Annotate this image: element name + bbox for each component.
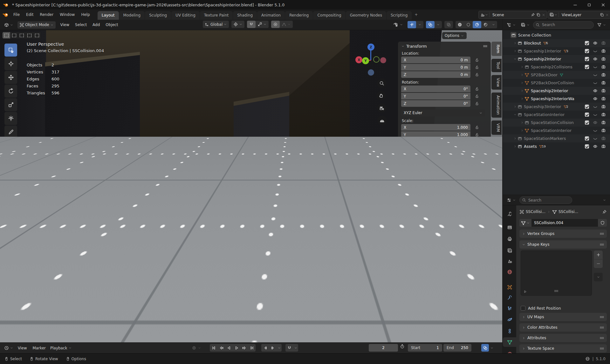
auto-keying-toggle[interactable] bbox=[190, 344, 198, 352]
exclude-checkbox[interactable] bbox=[584, 49, 590, 53]
hide-viewport-toggle[interactable] bbox=[592, 104, 598, 109]
breadcrumb-object[interactable]: SSCollisi... bbox=[526, 209, 545, 214]
lock-icon[interactable] bbox=[475, 133, 479, 137]
lock-icon[interactable] bbox=[475, 72, 479, 77]
expand-toggle[interactable] bbox=[512, 49, 517, 53]
viewport-menu-add[interactable]: Add bbox=[90, 21, 103, 28]
workspace-tab-sculpting[interactable]: Sculpting bbox=[145, 11, 171, 20]
field-dimensions-y[interactable]: Y4.51 m bbox=[401, 160, 488, 167]
jump-to-end-button[interactable] bbox=[248, 344, 256, 352]
menu-file[interactable]: File bbox=[10, 11, 23, 18]
disable-render-toggle[interactable] bbox=[600, 136, 606, 141]
outliner-row-scene-collection[interactable]: Scene Collection bbox=[503, 31, 610, 39]
tool-move-button[interactable] bbox=[4, 71, 17, 84]
transform-orientation-selector[interactable]: Global bbox=[203, 21, 229, 28]
pan-button[interactable] bbox=[376, 91, 386, 100]
lock-icon[interactable] bbox=[475, 140, 479, 144]
exclude-checkbox[interactable] bbox=[584, 120, 590, 125]
panel-vertex-groups[interactable]: Vertex Groups bbox=[519, 230, 607, 238]
add-workspace-button[interactable]: + bbox=[412, 11, 420, 18]
shading-solid-button[interactable] bbox=[464, 21, 473, 28]
shading-material-button[interactable] bbox=[473, 21, 481, 28]
proportional-editing-toggle[interactable] bbox=[271, 21, 280, 28]
properties-tab-render[interactable] bbox=[503, 223, 516, 232]
gizmo-axis-z[interactable]: Z bbox=[367, 44, 374, 51]
field-scale-y[interactable]: Y1.000 bbox=[401, 131, 488, 138]
expand-toggle[interactable] bbox=[519, 89, 524, 93]
value-slot[interactable]: X0 m bbox=[401, 57, 470, 63]
properties-tab-physics[interactable] bbox=[503, 315, 516, 324]
frame-start-field[interactable]: Start 1 bbox=[408, 344, 442, 352]
workspace-tab-geometry-nodes[interactable]: Geometry Nodes bbox=[346, 11, 386, 20]
properties-tab-scene[interactable] bbox=[503, 256, 516, 266]
shape-key-specials-button[interactable] bbox=[594, 273, 603, 281]
expand-toggle[interactable] bbox=[512, 57, 517, 61]
tool-scale-button[interactable] bbox=[4, 98, 17, 111]
value-slot[interactable]: X0° bbox=[401, 86, 470, 92]
scene-selector[interactable]: Scene bbox=[478, 11, 547, 19]
lock-icon[interactable] bbox=[475, 101, 479, 106]
disable-render-toggle[interactable] bbox=[600, 96, 606, 101]
exclude-checkbox[interactable] bbox=[584, 41, 590, 45]
minimize-button[interactable] bbox=[568, 0, 582, 10]
play-reverse-button[interactable] bbox=[225, 344, 233, 352]
outliner-row-spaceship3interior[interactable]: Spaceship3Interior2 bbox=[503, 103, 610, 111]
field-dimensions-x[interactable]: X5.01 m bbox=[401, 153, 488, 160]
outliner-row-spaceship2collisions[interactable]: Spaceship2Collisions bbox=[503, 63, 610, 71]
disable-render-toggle[interactable] bbox=[600, 57, 606, 61]
properties-tab-constraints[interactable] bbox=[503, 326, 516, 336]
step-forward-button[interactable] bbox=[269, 344, 277, 352]
outliner-row-spacestationmarkers[interactable]: SpaceStationMarkers bbox=[503, 134, 610, 142]
value-slot[interactable]: X1.000 bbox=[401, 124, 470, 131]
gizmo-axis-y-neg[interactable] bbox=[373, 56, 380, 63]
snap-target-selector[interactable] bbox=[256, 21, 269, 28]
falloff-selector[interactable] bbox=[280, 21, 293, 28]
tool-rotate-button[interactable] bbox=[4, 85, 17, 98]
workspace-tab-layout[interactable]: Layout bbox=[98, 11, 119, 20]
workspace-tab-rendering[interactable]: Rendering bbox=[285, 11, 313, 20]
outliner-row-spaceship2interior[interactable]: Spaceship2Interior bbox=[503, 55, 610, 63]
lock-icon[interactable] bbox=[475, 58, 479, 62]
workspace-tab-texture-paint[interactable]: Texture Paint bbox=[200, 11, 233, 20]
value-slot[interactable]: Y0 m bbox=[401, 64, 470, 71]
properties-tab-modifiers[interactable] bbox=[503, 293, 516, 302]
step-back-button[interactable] bbox=[261, 344, 269, 352]
filter-button[interactable] bbox=[595, 22, 608, 28]
tool-cursor-button[interactable] bbox=[4, 57, 17, 70]
expand-toggle[interactable] bbox=[512, 145, 517, 148]
hide-viewport-toggle[interactable] bbox=[592, 57, 598, 61]
select-mode-new[interactable] bbox=[3, 32, 10, 38]
disable-render-toggle[interactable] bbox=[600, 49, 606, 53]
properties-tab-material[interactable] bbox=[503, 349, 516, 353]
lock-icon[interactable] bbox=[475, 87, 479, 91]
display-mode-button[interactable] bbox=[519, 22, 531, 28]
previous-keyframe-button[interactable] bbox=[217, 344, 225, 352]
hide-viewport-toggle[interactable] bbox=[592, 72, 598, 77]
step-options-button[interactable] bbox=[277, 344, 282, 352]
shading-wireframe-button[interactable] bbox=[456, 21, 464, 28]
menu-help[interactable]: Help bbox=[78, 11, 93, 18]
outliner-row-spacestationinterior[interactable]: SpaceStationInterior bbox=[503, 127, 610, 134]
side-tab-vrm[interactable]: VRM bbox=[491, 120, 502, 135]
collapse-icon[interactable] bbox=[401, 45, 405, 48]
select-mode-intersect[interactable] bbox=[33, 32, 41, 38]
properties-tab-output[interactable] bbox=[503, 234, 516, 244]
disable-render-toggle[interactable] bbox=[600, 80, 606, 85]
hide-viewport-toggle[interactable] bbox=[592, 144, 598, 149]
properties-tab-object[interactable] bbox=[503, 282, 516, 292]
maximize-button[interactable] bbox=[582, 0, 596, 10]
outliner-row-sp2backdoorcollision[interactable]: SP2BackDoorCollision bbox=[503, 79, 610, 87]
outliner-row-spaceship2interior[interactable]: Spaceship2Interior bbox=[503, 87, 610, 95]
panel-texture-space[interactable]: Texture Space bbox=[519, 344, 607, 353]
mode-selector[interactable]: Object Mode bbox=[17, 21, 56, 29]
disable-render-toggle[interactable] bbox=[600, 88, 606, 93]
pivot-point-selector[interactable] bbox=[231, 21, 244, 28]
workspace-tab-shading[interactable]: Shading bbox=[233, 11, 257, 20]
close-button[interactable] bbox=[596, 0, 610, 10]
field-scale-x[interactable]: X1.000 bbox=[401, 124, 488, 131]
snap-toggle[interactable] bbox=[247, 21, 256, 28]
snap-playhead-toggle[interactable] bbox=[285, 344, 293, 352]
snap-options-button[interactable] bbox=[293, 344, 298, 352]
value-slot[interactable]: Z0° bbox=[401, 100, 470, 107]
workspace-tab-scripting[interactable]: Scripting bbox=[387, 11, 412, 20]
